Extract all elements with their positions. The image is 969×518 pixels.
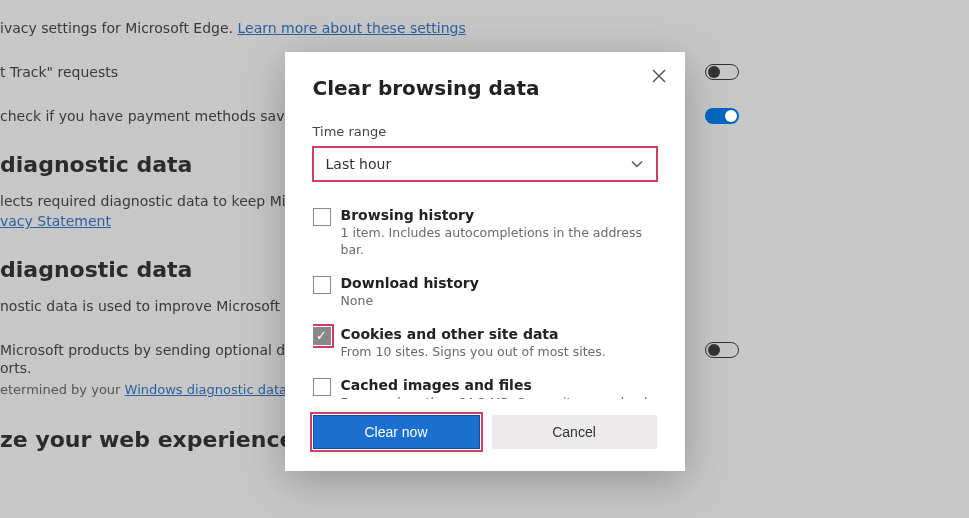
option-desc: 1 item. Includes autocompletions in the … — [341, 225, 651, 259]
bg-text-fragment: ivacy settings for Microsoft Edge. — [0, 20, 237, 36]
option-title: Cookies and other site data — [341, 326, 651, 342]
checkbox-cookies[interactable]: ✓ — [313, 327, 331, 345]
time-range-value: Last hour — [326, 156, 392, 172]
dialog-actions: Clear now Cancel — [313, 415, 657, 449]
learn-more-link[interactable]: Learn more about these settings — [237, 20, 465, 36]
payment-check-toggle[interactable] — [705, 108, 739, 124]
cancel-button[interactable]: Cancel — [492, 415, 657, 449]
option-title: Download history — [341, 275, 651, 291]
bg-text-fragment: t Track" requests — [0, 64, 118, 80]
options-list: Browsing history 1 item. Includes autoco… — [313, 199, 657, 399]
close-icon — [652, 69, 666, 83]
optional-diag-toggle[interactable] — [705, 342, 739, 358]
checkbox-download-history[interactable] — [313, 276, 331, 294]
option-title: Browsing history — [341, 207, 651, 223]
bg-text-fragment: check if you have payment methods saved — [0, 108, 302, 124]
do-not-track-toggle[interactable] — [705, 64, 739, 80]
option-browsing-history[interactable]: Browsing history 1 item. Includes autoco… — [313, 199, 651, 267]
option-desc: None — [341, 293, 651, 310]
close-button[interactable] — [649, 66, 669, 86]
option-desc: From 10 sites. Signs you out of most sit… — [341, 344, 651, 361]
option-cached[interactable]: Cached images and files Frees up less th… — [313, 369, 651, 400]
option-cookies[interactable]: ✓ Cookies and other site data From 10 si… — [313, 318, 651, 369]
time-range-select[interactable]: Last hour — [313, 147, 657, 181]
chevron-down-icon — [630, 157, 644, 171]
option-title: Cached images and files — [341, 377, 651, 393]
bg-text-fragment: ze your web experience — [0, 427, 294, 452]
time-range-label: Time range — [313, 124, 657, 139]
checkbox-cached[interactable] — [313, 378, 331, 396]
bg-text: ivacy settings for Microsoft Edge. Learn… — [0, 20, 969, 36]
clear-now-button[interactable]: Clear now — [313, 415, 480, 449]
checkbox-browsing-history[interactable] — [313, 208, 331, 226]
privacy-statement-link[interactable]: vacy Statement — [0, 213, 111, 229]
option-desc: Frees up less than 64.2 MB. Some sites m… — [341, 395, 651, 400]
check-icon: ✓ — [316, 329, 327, 342]
bg-text-fragment: Microsoft products by sending optional d… — [0, 342, 307, 358]
bg-text-fragment: etermined by your — [0, 382, 125, 397]
option-download-history[interactable]: Download history None — [313, 267, 651, 318]
dialog-title: Clear browsing data — [313, 76, 657, 100]
clear-browsing-data-dialog: Clear browsing data Time range Last hour… — [285, 52, 685, 471]
